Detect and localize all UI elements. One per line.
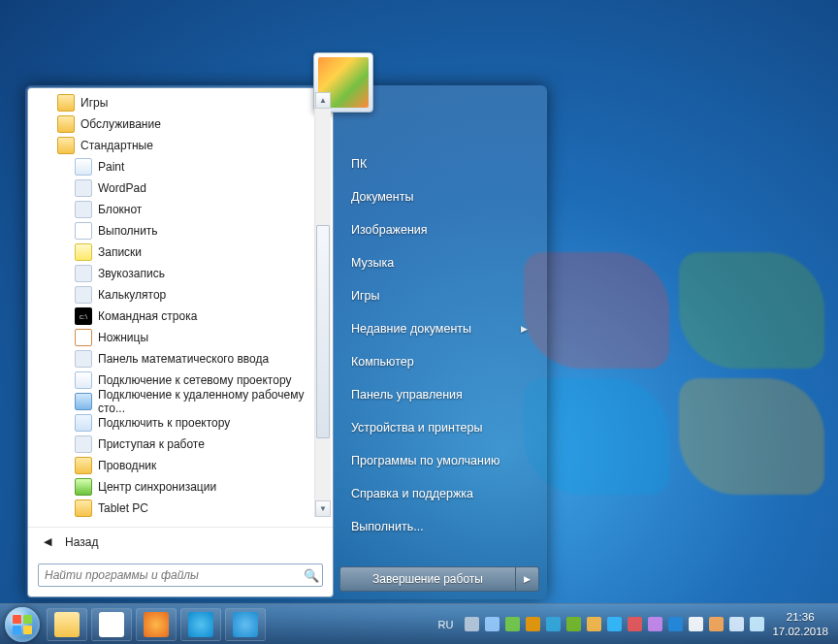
program-label: WordPad (98, 181, 146, 195)
tray-dropbox-icon[interactable] (668, 617, 683, 631)
app-icon (75, 414, 92, 432)
language-indicator[interactable]: RU (438, 619, 454, 630)
program-label: Выполнить (98, 224, 158, 238)
right-item-label: Изображения (351, 223, 428, 237)
program-label: Обслуживание (81, 117, 161, 131)
back-arrow-icon: ◀ (44, 535, 51, 548)
app-icon (75, 329, 92, 346)
right-item-run[interactable]: Выполнить... (339, 510, 539, 543)
right-item-games[interactable]: Игры (339, 279, 539, 312)
scroll-track[interactable] (315, 109, 331, 500)
app-icon (75, 158, 92, 176)
app-icon (75, 371, 92, 389)
explorer-icon (54, 612, 80, 637)
program-item-1[interactable]: Обслуживание (32, 113, 333, 135)
tray-sync-icon[interactable] (505, 617, 520, 631)
app-icon (75, 286, 92, 304)
tray-telegram-icon[interactable] (546, 617, 561, 631)
program-item-2[interactable]: Стандартные (32, 135, 333, 156)
taskbar-pin-telegram[interactable] (225, 608, 266, 641)
program-item-4[interactable]: WordPad (32, 177, 333, 199)
tray-net-icon[interactable] (587, 617, 601, 631)
right-item-computer[interactable]: Компьютер (339, 345, 539, 378)
taskbar-pin-skype[interactable] (180, 608, 221, 641)
right-item-devices-printers[interactable]: Устройства и принтеры (339, 411, 539, 444)
right-item-label: Устройства и принтеры (351, 421, 482, 435)
start-button[interactable] (0, 604, 45, 645)
program-item-14[interactable]: Подключение к удаленному рабочему сто... (32, 391, 333, 412)
back-label: Назад (65, 535, 98, 549)
program-label: Подключение к удаленному рабочему сто... (98, 388, 333, 415)
program-label: Командная строка (98, 309, 197, 323)
skype-icon (188, 612, 213, 637)
right-item-music[interactable]: Музыка (339, 246, 539, 279)
app-icon: c:\ (75, 307, 92, 325)
right-item-label: Недавние документы (351, 322, 471, 336)
program-item-15[interactable]: Подключить к проектору (32, 412, 333, 434)
right-item-pictures[interactable]: Изображения (339, 213, 539, 246)
program-item-12[interactable]: Панель математического ввода (32, 348, 333, 370)
scroll-thumb[interactable] (316, 225, 330, 438)
search-input[interactable] (39, 568, 301, 582)
right-item-recent[interactable]: Недавние документы▶ (339, 312, 539, 345)
tray-speaker-icon[interactable] (729, 617, 744, 631)
right-item-label: Выполнить... (351, 520, 424, 533)
folder-icon (57, 137, 75, 154)
shutdown-button[interactable]: Завершение работы (339, 566, 516, 592)
right-item-label: Игры (351, 289, 379, 303)
tray-flag-icon[interactable] (689, 617, 703, 631)
tray-keyboard-icon[interactable] (465, 617, 479, 631)
taskbar-pin-firefox[interactable] (136, 608, 177, 641)
program-item-8[interactable]: Звукозапись (32, 263, 333, 284)
program-item-6[interactable]: Выполнить (32, 220, 333, 242)
program-label: Блокнот (98, 203, 142, 216)
right-item-label: Компьютер (351, 355, 414, 369)
search-row: 🔍 (28, 556, 333, 596)
program-label: Ножницы (98, 331, 148, 344)
start-menu-left-pane: ИгрыОбслуживаниеСтандартныеPaintWordPadБ… (27, 87, 334, 597)
tray-app-icon[interactable] (709, 617, 724, 631)
tray-nvidia-icon[interactable] (566, 617, 581, 631)
tray-chart-icon[interactable] (648, 617, 662, 631)
panda-icon (99, 612, 124, 637)
start-menu: ИгрыОбслуживаниеСтандартныеPaintWordPadБ… (25, 85, 547, 599)
scroll-down-button[interactable]: ▼ (315, 500, 331, 517)
program-label: Центр синхронизации (98, 480, 216, 494)
right-item-user-folder[interactable]: ПК (339, 147, 539, 180)
shutdown-options-button[interactable]: ▶ (516, 566, 539, 592)
right-item-control-panel[interactable]: Панель управления (339, 378, 539, 411)
program-item-0[interactable]: Игры (32, 92, 333, 113)
right-item-label: Музыка (351, 256, 394, 270)
back-button[interactable]: ◀ Назад (28, 527, 333, 556)
app-icon (75, 350, 92, 368)
program-item-3[interactable]: Paint (32, 156, 333, 177)
program-item-5[interactable]: Блокнот (32, 199, 333, 220)
program-item-19[interactable]: Tablet PC (32, 498, 333, 519)
tray-wifi-icon[interactable] (750, 617, 764, 631)
clock-date: 17.02.2018 (772, 625, 828, 638)
programs-scrollbar[interactable]: ▲ ▼ (314, 92, 331, 517)
program-item-10[interactable]: c:\Командная строка (32, 306, 333, 327)
program-label: Подключить к проектору (98, 416, 230, 430)
tray-box-icon[interactable] (526, 617, 540, 631)
tray-av-icon[interactable] (628, 617, 642, 631)
taskbar-pin-explorer[interactable] (47, 608, 87, 641)
program-item-17[interactable]: Проводник (32, 455, 333, 476)
tray-up-icon[interactable] (485, 617, 500, 631)
all-programs-list: ИгрыОбслуживаниеСтандартныеPaintWordPadБ… (28, 88, 333, 527)
right-item-default-programs[interactable]: Программы по умолчанию (339, 444, 539, 477)
clock[interactable]: 21:36 17.02.2018 (772, 610, 828, 638)
right-item-help-support[interactable]: Справка и поддержка (339, 477, 539, 510)
desktop-windows-logo (524, 252, 834, 504)
program-item-11[interactable]: Ножницы (32, 327, 333, 348)
program-item-16[interactable]: Приступая к работе (32, 434, 333, 455)
program-item-9[interactable]: Калькулятор (32, 284, 333, 306)
program-item-7[interactable]: Записки (32, 242, 333, 263)
right-item-documents[interactable]: Документы (339, 180, 539, 213)
tray-skype-icon[interactable] (607, 617, 622, 631)
taskbar-pin-panda[interactable] (91, 608, 132, 641)
program-item-18[interactable]: Центр синхронизации (32, 476, 333, 498)
scroll-up-button[interactable]: ▲ (315, 92, 331, 109)
program-label: Записки (98, 245, 142, 259)
search-box[interactable]: 🔍 (38, 564, 323, 587)
